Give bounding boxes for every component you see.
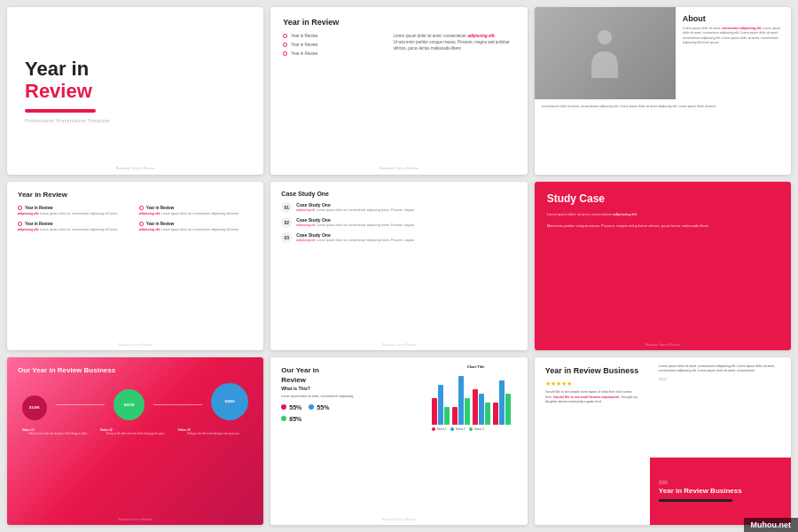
s3-bottom-text: Lorem ipsum dolor sit amet, consectetuer… bbox=[542, 105, 716, 108]
s2-header: Year in Review bbox=[283, 18, 514, 27]
s9-right: Lorem ipsum dolor sit amet, consectetuer… bbox=[650, 357, 791, 525]
s8-bar-group-2 bbox=[452, 376, 470, 425]
s7-bubble-group-1: $100K bbox=[22, 395, 47, 423]
s9-rb-year: 2008 bbox=[659, 481, 782, 485]
s5-num-2: 02 bbox=[281, 217, 292, 228]
s8-bar-1c bbox=[444, 407, 450, 425]
s8-legend-item-1: Series 1 bbox=[432, 427, 447, 431]
s7-val-text-1: Sitting in the take ask doing to think t… bbox=[22, 432, 93, 435]
s4-dot-2 bbox=[18, 222, 22, 226]
slide-our-year-review-biz: Our Year in Review Business $100K $200K … bbox=[7, 357, 263, 525]
s7-value-labels: Value #1 Sitting in the take ask doing t… bbox=[18, 428, 253, 435]
s4-item-text-2: adipiscing elit. Lorem ipsum dolor sit, … bbox=[18, 228, 132, 232]
s4-item-text-4: adipiscing elit. Lorem ipsum dolor sit, … bbox=[139, 228, 254, 232]
s5-title: Case Study One bbox=[281, 191, 516, 197]
s4-dot-1 bbox=[18, 206, 22, 210]
s7-val-text-3: Sitting to do the work ask type and upos… bbox=[178, 432, 249, 435]
s5-content-3: Case Study One adipiscing elit. Lorem ip… bbox=[296, 232, 516, 243]
s5-content-1: Case Study One adipiscing elit. Lorem ip… bbox=[296, 202, 516, 213]
s5-num-1: 01 bbox=[281, 202, 292, 213]
s2-dot-1 bbox=[283, 34, 287, 38]
slide-testimonial: Year in Review Business ★★★★★ I would li… bbox=[535, 357, 791, 525]
s8-bar-2b bbox=[458, 376, 464, 425]
s8-bar-group-4 bbox=[493, 380, 511, 425]
s5-item-text-2: adipiscing elit. Lorem ipsum dolor sit, … bbox=[296, 223, 516, 228]
s9-right-content: Lorem ipsum dolor sit amet, consectetuer… bbox=[659, 364, 782, 374]
s7-val-3: Value #3 Sitting to do the work ask type… bbox=[178, 428, 249, 435]
s5-content-2: Case Study One adipiscing elit. Lorem ip… bbox=[296, 217, 516, 228]
s8-chart-title: Chart Title bbox=[432, 364, 520, 369]
s9-quote: I would like to see people more aware of… bbox=[545, 390, 639, 404]
slide-chart: Our Year in Review What is This? Lorem i… bbox=[270, 357, 527, 525]
slide-about: About Lorem ipsum dolor sit amet, consec… bbox=[535, 7, 791, 175]
slide-year-review-content: Year in Review Year in Review Year in Re… bbox=[270, 7, 527, 175]
s7-bubble-label-3: $400K bbox=[224, 399, 235, 403]
s8-legend-label-2: Series 2 bbox=[456, 427, 466, 431]
s3-about: About Lorem ipsum dolor sit amet, consec… bbox=[676, 7, 791, 99]
s2-list-item-1: Year in Review bbox=[283, 34, 384, 38]
s5-item-title-2: Case Study One bbox=[296, 217, 516, 223]
s2-list-item-2: Year in Review bbox=[283, 43, 384, 47]
s4-item-4: Year in Review adipiscing elit. Lorem ip… bbox=[139, 222, 254, 232]
s5-num-3: 03 bbox=[281, 232, 292, 243]
slide-study-case-pink: Study Case Lorem ipsum dolor sit amet, c… bbox=[535, 182, 791, 349]
s3-img-inner bbox=[535, 7, 676, 99]
s3-about-text: Lorem ipsum dolor sit amet, consectetur … bbox=[683, 27, 784, 45]
s2-list-item-3: Year in Review bbox=[283, 51, 384, 56]
s4-dot-3 bbox=[139, 206, 144, 210]
s8-legend-dot-2 bbox=[450, 427, 454, 431]
slide5-bottom-label: Business Year in Review bbox=[270, 343, 527, 347]
slide6-bottom-label: Business Year in Review bbox=[535, 343, 791, 347]
s9-quote-red: I would like to see small farmers empowe… bbox=[553, 395, 620, 399]
s9-right-top: Lorem ipsum dolor sit amet, consectetuer… bbox=[650, 357, 791, 458]
s4-col-1: Year in Review adipiscing elit. Lorem ip… bbox=[18, 206, 132, 238]
s8-stat-val-1: 55% bbox=[289, 404, 301, 411]
s7-bubbles: $100K $200K $400K bbox=[18, 383, 253, 423]
slide4-bottom-label: Business Year in Review bbox=[7, 343, 263, 347]
s9-stars: ★★★★★ bbox=[545, 380, 639, 387]
slide1-bottom-label: Business Year in Review bbox=[7, 166, 263, 170]
s8-bar-1b bbox=[438, 385, 443, 425]
s2-dot-2 bbox=[283, 43, 287, 47]
cover-tagline: Professional Presentation Template bbox=[25, 118, 110, 123]
watermark: Muhou.net bbox=[744, 518, 799, 532]
s8-stat-2: 55% bbox=[309, 404, 329, 411]
slide-year-review-list: Year in Review Year in Review adipiscing… bbox=[7, 182, 263, 349]
s4-cols: Year in Review adipiscing elit. Lorem ip… bbox=[18, 206, 253, 238]
s6-text1: Lorem ipsum dolor sit amet, consectetuer bbox=[547, 212, 612, 216]
s8-bar-4c bbox=[505, 394, 511, 425]
s7-bubble-group-2: $200K bbox=[113, 389, 145, 423]
s4-item-text-1: adipiscing elit. Lorem ipsum dolor sit, … bbox=[18, 212, 132, 216]
s2-desc-line2: Ut wisi enim partitor congue massa. Posu… bbox=[394, 40, 510, 51]
s8-stat-dot-3 bbox=[281, 416, 286, 421]
s4-col-2: Year in Review adipiscing elit. Lorem ip… bbox=[139, 206, 254, 238]
s7-connector-1 bbox=[56, 404, 105, 405]
s8-bar-4a bbox=[493, 403, 498, 425]
s9-left: Year in Review Business ★★★★★ I would li… bbox=[535, 357, 650, 525]
s6-text: Lorem ipsum dolor sit amet, consectetuer… bbox=[547, 212, 778, 229]
s8-legend-item-2: Series 2 bbox=[450, 427, 466, 431]
s8-bar-3b bbox=[479, 394, 484, 425]
s6-title: Study Case bbox=[547, 192, 778, 205]
s8-chart-area: Chart Title bbox=[432, 364, 520, 444]
s8-legend: Series 1 Series 2 Series 3 bbox=[432, 427, 520, 431]
s5-item-3: 03 Case Study One adipiscing elit. Lorem… bbox=[281, 232, 516, 243]
s8-stat-1: 55% bbox=[281, 404, 301, 411]
s2-body: Year in Review Year in Review Year in Re… bbox=[283, 34, 514, 60]
s8-legend-item-3: Series 3 bbox=[469, 427, 484, 431]
s5-item-2: 02 Case Study One adipiscing elit. Lorem… bbox=[281, 217, 516, 228]
s8-bars-container bbox=[432, 372, 520, 425]
s4-item-title-2: Year in Review bbox=[18, 222, 132, 226]
s4-item-title-4: Year in Review bbox=[139, 222, 254, 226]
cover-title-review: Review bbox=[25, 81, 92, 102]
s8-stat-val-3: 85% bbox=[289, 416, 301, 422]
slide2-bottom-label: Business Year in Review bbox=[270, 166, 527, 170]
s7-val-text-2: Doing to the take ask and think doing ty… bbox=[100, 432, 171, 435]
s2-desc: Lorem ipsum dolor sit amet, consectetuer… bbox=[394, 34, 515, 60]
slide-cover: Year in Review Professional Presentation… bbox=[7, 7, 263, 175]
s2-desc-red: adipiscing elit. bbox=[467, 34, 495, 38]
s2-dot-3 bbox=[283, 51, 287, 56]
s8-bar-1a bbox=[432, 398, 437, 425]
s7-val-2: Value #2 Doing to the take ask and think… bbox=[100, 428, 171, 435]
s8-legend-label-3: Series 3 bbox=[474, 427, 484, 431]
